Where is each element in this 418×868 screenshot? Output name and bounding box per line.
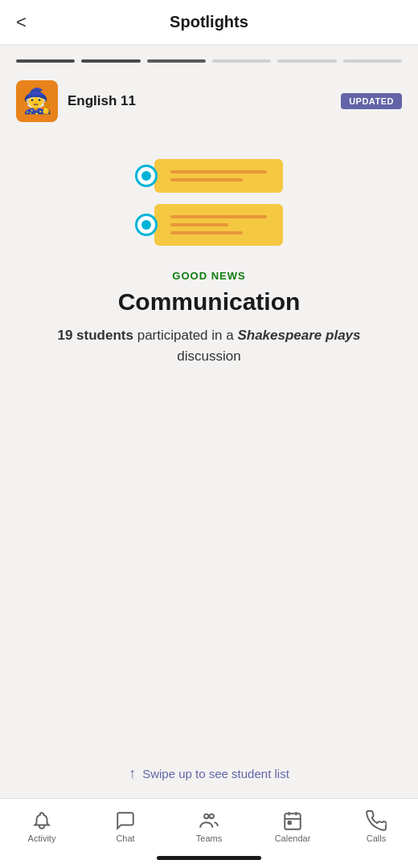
team-name: English 11 — [68, 93, 136, 109]
desc-suffix: discussion — [177, 348, 240, 364]
svg-rect-6 — [289, 821, 291, 824]
radio-item-2[interactable] — [135, 204, 283, 246]
card-line-2 — [170, 178, 243, 181]
card-line-4 — [170, 223, 228, 226]
bell-icon — [31, 810, 52, 831]
discussion-topic: Shakespeare plays — [237, 328, 360, 343]
radio-card-2 — [154, 204, 283, 246]
nav-label-teams: Teams — [196, 833, 222, 843]
progress-segment-2 — [81, 59, 140, 63]
swipe-up-arrow-icon: ↑ — [129, 765, 136, 782]
calls-icon — [366, 810, 387, 831]
svg-point-0 — [204, 814, 208, 818]
progress-segment-1 — [16, 59, 75, 63]
radio-inner-1 — [141, 171, 151, 181]
progress-bar — [0, 45, 418, 74]
radio-circle-1 — [135, 165, 158, 187]
main-title: Communication — [118, 288, 301, 316]
svg-rect-2 — [285, 813, 301, 829]
header: < Spotlights — [0, 0, 418, 45]
desc-middle: participated in a — [133, 328, 237, 343]
nav-item-activity[interactable]: Activity — [0, 805, 84, 848]
nav-label-chat: Chat — [116, 833, 134, 843]
nav-item-chat[interactable]: Chat — [84, 805, 167, 848]
swipe-up-row[interactable]: ↑ Swipe up to see student list — [0, 741, 418, 798]
svg-point-1 — [210, 814, 214, 818]
back-button[interactable]: < — [16, 12, 27, 33]
calendar-icon — [282, 810, 303, 831]
bottom-nav: Activity Chat Teams — [0, 798, 418, 851]
chat-icon — [115, 810, 136, 831]
team-header-row: 🧙 English 11 UPDATED — [0, 74, 418, 135]
progress-segment-5 — [277, 59, 336, 63]
radio-card-1 — [154, 159, 283, 193]
nav-label-activity: Activity — [28, 833, 56, 843]
progress-segment-6 — [343, 59, 402, 63]
updated-badge: UPDATED — [341, 93, 402, 109]
card-line-1 — [170, 170, 267, 173]
home-indicator — [0, 851, 418, 868]
teams-icon — [199, 810, 219, 831]
radio-circle-2 — [135, 214, 158, 236]
team-avatar: 🧙 — [16, 80, 58, 122]
description: 19 students participated in a Shakespear… — [32, 325, 386, 366]
main-content: 🧙 English 11 UPDATED — [0, 45, 418, 798]
text-content: GOOD NEWS Communication 19 students part… — [0, 262, 418, 382]
nav-item-calendar[interactable]: Calendar — [251, 805, 334, 848]
illustration-area — [0, 135, 418, 262]
student-count: 19 students — [57, 328, 133, 343]
radio-item-1[interactable] — [135, 159, 283, 193]
good-news-label: GOOD NEWS — [172, 270, 245, 282]
nav-label-calendar: Calendar — [275, 833, 311, 843]
card-line-3 — [170, 215, 267, 218]
team-info: 🧙 English 11 — [16, 80, 136, 122]
progress-segment-3 — [147, 59, 206, 63]
progress-segment-4 — [212, 59, 271, 63]
nav-item-teams[interactable]: Teams — [167, 805, 251, 848]
nav-label-calls: Calls — [367, 833, 386, 843]
radio-inner-2 — [141, 220, 151, 230]
avatar-emoji: 🧙 — [23, 89, 52, 113]
page-title: Spotlights — [170, 13, 248, 31]
swipe-up-text: Swipe up to see student list — [142, 767, 289, 780]
home-indicator-bar — [157, 856, 261, 860]
nav-item-calls[interactable]: Calls — [334, 805, 418, 848]
illustration-container — [135, 159, 283, 246]
card-line-5 — [170, 231, 243, 234]
